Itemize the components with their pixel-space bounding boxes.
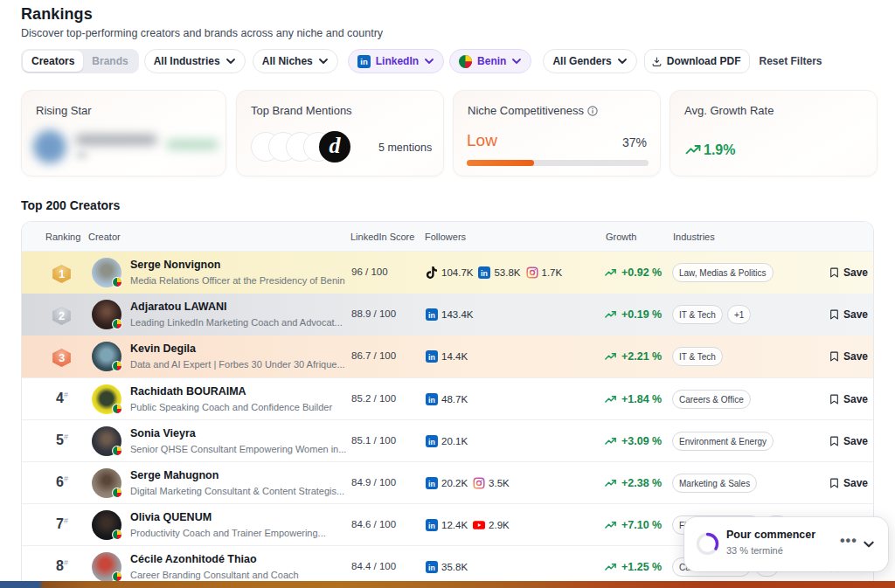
svg-text:in: in bbox=[360, 57, 368, 66]
